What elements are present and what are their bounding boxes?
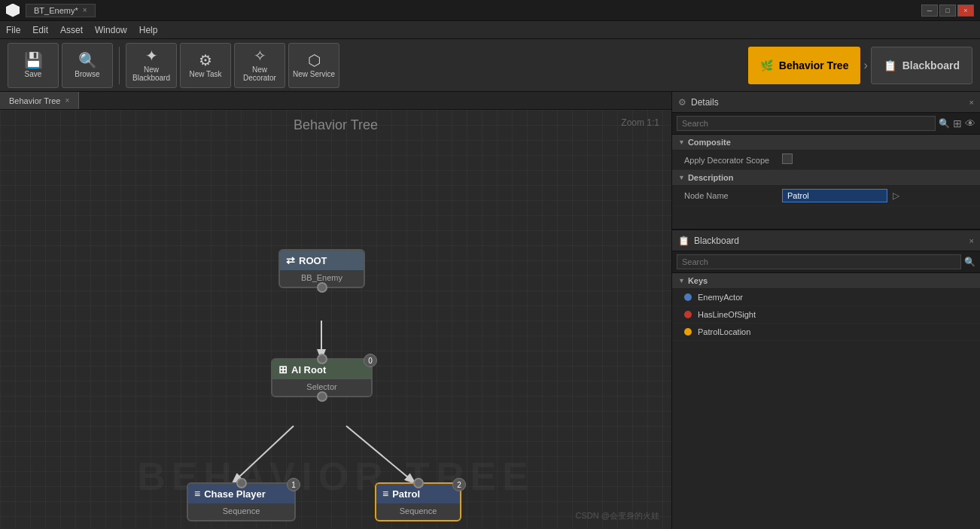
node-name-row: Node Name ▷ [672, 186, 980, 206]
service-icon: ⬡ [308, 53, 321, 68]
node-name-value-container: ▷ [782, 189, 968, 202]
bb-keys-list: EnemyActor HasLineOfSight PatrolLocation [672, 289, 980, 341]
toolbar: 💾 Save 🔍 Browse ✦ New Blackboard ⚙ New T… [0, 39, 980, 92]
chase-player-connector-top [236, 478, 247, 488]
canvas-title: Behavior Tree [294, 117, 378, 133]
root-node-header: ⇄ ROOT [280, 251, 364, 270]
root-node-subtitle: BB_Enemy [301, 273, 342, 282]
patrol-number: 2 [452, 478, 466, 491]
menu-item-help[interactable]: Help [139, 25, 158, 35]
menu-item-file[interactable]: File [6, 25, 20, 35]
composite-label: Composite [688, 138, 731, 147]
chase-player-subtitle: Sequence [223, 506, 260, 515]
menu-item-window[interactable]: Window [95, 25, 127, 35]
save-button[interactable]: 💾 Save [8, 43, 59, 88]
decorator-icon: ✧ [254, 48, 266, 63]
tab-label: BT_Enemy* [34, 6, 78, 15]
key-name-haslineofsight: HasLineOfSight [698, 310, 756, 319]
details-search-input[interactable] [677, 116, 936, 131]
node-name-input[interactable] [782, 189, 887, 202]
chase-player-title: Chase Player [204, 488, 266, 500]
toolbar-separator-1 [119, 47, 120, 84]
ai-root-node[interactable]: 0 ⊞ AI Root Selector [271, 358, 373, 397]
root-node-title: ROOT [299, 255, 327, 266]
blackboard-tab-button[interactable]: 📋 Blackboard [871, 47, 972, 84]
close-button[interactable]: × [957, 5, 974, 17]
ai-root-connector-bottom [317, 391, 327, 402]
task-icon: ⚙ [199, 53, 212, 68]
canvas-zoom: Zoom 1:1 [621, 117, 659, 128]
details-search-icon: 🔍 [939, 118, 950, 129]
behavior-tree-tab-button[interactable]: 🌿 Behavior Tree [748, 47, 861, 84]
ue-logo [6, 4, 20, 17]
maximize-button[interactable]: □ [939, 5, 956, 17]
apply-decorator-row: Apply Decorator Scope [672, 150, 980, 170]
details-panel-header: ⚙ Details × [672, 92, 980, 113]
tab-arrow-icon: › [863, 59, 867, 72]
new-service-button[interactable]: ⬡ New Service [288, 43, 339, 88]
browse-button[interactable]: 🔍 Browse [62, 43, 113, 88]
description-section-header: Description [672, 170, 980, 186]
chase-player-node[interactable]: 1 ≡ Chase Player Sequence [187, 482, 296, 521]
save-icon: 💾 [24, 53, 43, 68]
patrol-icon: ≡ [382, 488, 388, 500]
canvas-tab-bar: Behavior Tree × [0, 92, 671, 110]
bb-key-patrollocation[interactable]: PatrolLocation [672, 324, 980, 341]
key-dot-haslineofsight [684, 311, 692, 318]
blackboard-panel-header: 📋 Blackboard × [672, 230, 980, 251]
blackboard-tab-icon: 📋 [884, 59, 896, 71]
patrol-node[interactable]: 2 ≡ Patrol Sequence [375, 482, 461, 521]
menu-item-edit[interactable]: Edit [32, 25, 48, 35]
key-name-enemyactor: EnemyActor [698, 293, 743, 302]
composite-section-header: Composite [672, 135, 980, 150]
arrows-svg [0, 110, 671, 529]
right-panel: ⚙ Details × 🔍 ⊞ 👁 Composite Apply Decora… [671, 92, 980, 529]
patrol-body: Sequence [376, 503, 460, 520]
details-panel-close[interactable]: × [969, 98, 974, 107]
node-name-label: Node Name [684, 191, 782, 200]
root-connector-bottom [317, 282, 327, 293]
root-node-icon: ⇄ [286, 254, 295, 266]
menubar: FileEditAssetWindowHelp [0, 21, 980, 39]
blackboard-panel-icon: 📋 [678, 236, 689, 246]
new-blackboard-button[interactable]: ✦ New Blackboard [126, 43, 177, 88]
details-eye-icon[interactable]: 👁 [965, 117, 975, 129]
composite-section: Composite Apply Decorator Scope [672, 135, 980, 170]
blackboard-search-input[interactable] [677, 254, 961, 269]
node-name-arrow-icon[interactable]: ▷ [893, 190, 899, 201]
keys-section-header: Keys [672, 273, 980, 289]
keys-label: Keys [688, 276, 708, 285]
new-decorator-button[interactable]: ✧ New Decorator [234, 43, 285, 88]
tab-close-icon[interactable]: × [83, 6, 87, 14]
canvas-tab[interactable]: Behavior Tree × [0, 92, 79, 109]
apply-decorator-checkbox[interactable] [782, 154, 793, 164]
canvas[interactable]: Behavior Tree Zoom 1:1 BEHAVIOR TREE CSD… [0, 110, 671, 529]
chase-player-icon: ≡ [194, 488, 200, 500]
canvas-tab-close-icon[interactable]: × [65, 96, 69, 105]
canvas-tab-label: Behavior Tree [9, 96, 60, 105]
ai-root-icon: ⊞ [278, 363, 288, 375]
description-section: Description Node Name ▷ [672, 170, 980, 206]
bb-key-haslineofsight[interactable]: HasLineOfSight [672, 306, 980, 324]
apply-decorator-value [782, 154, 968, 166]
browse-icon: 🔍 [78, 53, 97, 68]
details-grid-icon[interactable]: ⊞ [953, 117, 962, 129]
minimize-button[interactable]: ─ [921, 5, 938, 17]
menu-item-asset[interactable]: Asset [60, 25, 83, 35]
root-node[interactable]: ⇄ ROOT BB_Enemy [278, 249, 365, 288]
ai-root-connector-top [317, 354, 327, 364]
blackboard-panel-close[interactable]: × [969, 236, 974, 245]
key-dot-enemyactor [684, 293, 692, 301]
details-spacer [672, 206, 980, 229]
main-area: Behavior Tree × Behavior Tree Zoom 1:1 B… [0, 92, 980, 529]
details-search-bar: 🔍 ⊞ 👁 [672, 113, 980, 135]
apply-decorator-label: Apply Decorator Scope [684, 156, 782, 165]
editor-tab[interactable]: BT_Enemy* × [26, 4, 96, 17]
bb-key-enemyactor[interactable]: EnemyActor [672, 289, 980, 306]
new-task-button[interactable]: ⚙ New Task [180, 43, 231, 88]
patrol-title: Patrol [392, 488, 420, 500]
key-name-patrollocation: PatrolLocation [698, 327, 750, 336]
svg-line-3 [346, 426, 414, 482]
chase-player-number: 1 [287, 478, 300, 491]
blackboard-icon: ✦ [145, 48, 158, 63]
